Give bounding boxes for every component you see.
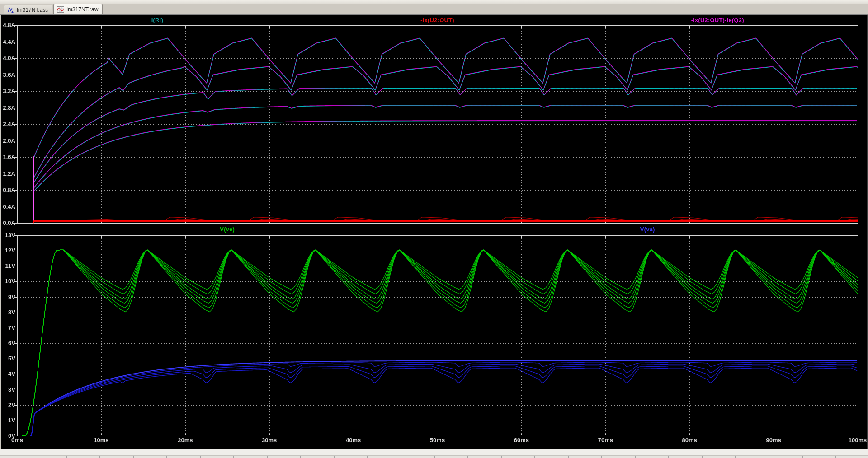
tick-label: 2.4A xyxy=(0,121,15,127)
legend-item-vva[interactable]: V(va) xyxy=(438,226,858,233)
tick-label: 6V xyxy=(0,340,15,346)
tick-label: 50ms xyxy=(422,437,453,444)
tick-label: 90ms xyxy=(758,437,789,444)
pane1-legend: I(Rl) -Ix(U2:OUT) -Ix(U2:OUT)-Ie(Q2) xyxy=(17,17,858,24)
document-tabs: lm317NT.asc lm317NT.raw xyxy=(0,4,868,15)
tick-label: 60ms xyxy=(505,437,537,444)
tick-label: 2.8A xyxy=(0,105,15,111)
tick-label: 11V xyxy=(0,263,15,269)
tick-label: 20ms xyxy=(170,437,201,444)
bottom-strip-notches xyxy=(0,455,868,458)
tick-label: 1V xyxy=(0,417,15,424)
tick-label: 2.0A xyxy=(0,138,15,144)
legend-item-ix-minus-ie[interactable]: -Ix(U2:OUT)-Ie(Q2) xyxy=(577,17,858,24)
tick-label: 0.4A xyxy=(0,204,15,210)
tick-label: 1.6A xyxy=(0,154,15,160)
tab-label: lm317NT.raw xyxy=(66,6,98,13)
tick-label: 2V xyxy=(0,402,15,408)
tick-label: 3.2A xyxy=(0,88,15,94)
tab-lm317nt-asc[interactable]: lm317NT.asc xyxy=(4,5,52,14)
schematic-icon xyxy=(7,7,14,13)
tab-lm317nt-raw[interactable]: lm317NT.raw xyxy=(53,4,103,14)
tick-label: 0.8A xyxy=(0,187,15,193)
tick-label: 10V xyxy=(0,278,15,285)
tick-label: 1.2A xyxy=(0,171,15,177)
tick-label: 12V xyxy=(0,248,15,254)
tab-bar: lm317NT.asc lm317NT.raw xyxy=(0,0,868,15)
window-top-strip xyxy=(0,0,868,4)
tick-label: 70ms xyxy=(590,437,621,444)
tick-label: 40ms xyxy=(338,437,369,444)
tick-label: 0ms xyxy=(1,437,33,444)
tick-label: 9V xyxy=(0,294,15,300)
tick-label: 100ms xyxy=(842,437,868,444)
legend-item-vve[interactable]: V(ve) xyxy=(17,226,438,233)
tick-label: 10ms xyxy=(85,437,117,444)
bottom-strip xyxy=(0,449,868,458)
waveform-icon xyxy=(57,6,64,13)
tab-label: lm317NT.asc xyxy=(17,7,48,13)
tick-label: 80ms xyxy=(674,437,705,444)
tick-label: 13V xyxy=(0,232,15,238)
pane2-legend: V(ve) V(va) xyxy=(17,226,858,233)
tick-label: 8V xyxy=(0,309,15,316)
tick-label: 4.0A xyxy=(0,55,15,61)
tick-label: 4.8A xyxy=(0,22,15,28)
tick-label: 7V xyxy=(0,325,15,331)
tick-label: 4V xyxy=(0,371,15,377)
tick-label: 0.0A xyxy=(0,220,15,226)
tick-label: 3V xyxy=(0,387,15,393)
legend-item-ix-u2-out[interactable]: -Ix(U2:OUT) xyxy=(297,17,578,24)
legend-item-irl[interactable]: I(Rl) xyxy=(17,17,297,24)
tick-label: 3.6A xyxy=(0,72,15,78)
tick-label: 30ms xyxy=(254,437,285,444)
tick-label: 5V xyxy=(0,355,15,362)
tick-label: 4.4A xyxy=(0,39,15,45)
